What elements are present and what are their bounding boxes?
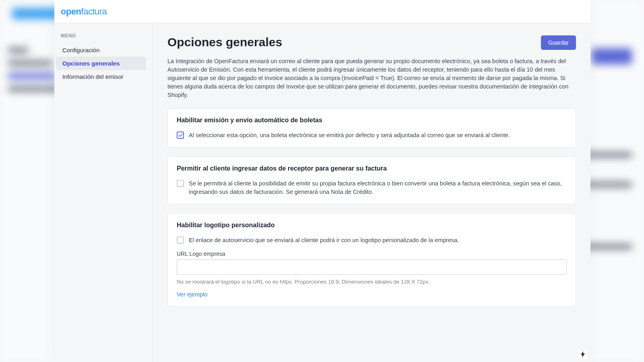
check-icon: [178, 133, 183, 138]
checkbox-receptor[interactable]: [177, 180, 184, 187]
url-logo-label: URL Logo empresa: [177, 251, 567, 257]
sidebar: MENÚ Configuración Opciones generales In…: [54, 23, 153, 362]
sidebar-item-label: Información del emisor: [62, 73, 124, 80]
app-modal: openfactura MENÚ Configuración Opciones …: [54, 0, 590, 362]
bolt-icon: [578, 350, 587, 359]
intro-text: La Integración de OpenFactura enviará un…: [167, 57, 576, 99]
brand-suffix: factura: [81, 6, 107, 16]
card-title: Habilitar logotipo personalizado: [177, 222, 567, 229]
page-title: Opciones generales: [167, 35, 282, 49]
menu-label: MENÚ: [54, 33, 148, 43]
sidebar-item-configuracion[interactable]: Configuración: [56, 43, 146, 57]
checkbox-label: Se le permitirá al cliente la posibilida…: [189, 179, 567, 196]
brand-prefix: open: [61, 6, 81, 16]
card-receptor: Permitir al cliente ingresar datos de re…: [167, 156, 576, 204]
checkbox-label: Al seleccionar esta opción, una boleta e…: [189, 131, 510, 139]
sidebar-item-opciones-generales[interactable]: Opciones generales: [56, 57, 146, 70]
save-button[interactable]: Guardar: [541, 35, 576, 50]
top-bar: openfactura: [54, 0, 590, 23]
sidebar-item-label: Opciones generales: [62, 60, 120, 67]
ver-ejemplo-link[interactable]: Ver ejemplo: [177, 291, 208, 298]
card-title: Permitir al cliente ingresar datos de re…: [177, 165, 567, 172]
card-logo: Habilitar logotipo personalizado El enla…: [167, 213, 576, 306]
sidebar-item-label: Configuración: [62, 47, 100, 53]
checkbox-auto-boletas[interactable]: [177, 132, 184, 139]
main-content: Opciones generales Guardar La Integració…: [153, 23, 590, 362]
card-auto-boletas: Habilitar emisión y envío automático de …: [167, 108, 576, 148]
checkbox-logo[interactable]: [177, 237, 184, 244]
brand-logo: openfactura: [61, 6, 107, 17]
page-header: Opciones generales Guardar: [167, 35, 576, 50]
card-title: Habilitar emisión y envío automático de …: [177, 117, 567, 124]
url-logo-helper: No se mostrará el logotipo si la URL no …: [177, 279, 567, 285]
url-logo-input[interactable]: [177, 259, 567, 275]
sidebar-item-informacion-emisor[interactable]: Información del emisor: [56, 70, 146, 83]
checkbox-label: El enlace de autoservicio que se enviará…: [189, 236, 459, 244]
